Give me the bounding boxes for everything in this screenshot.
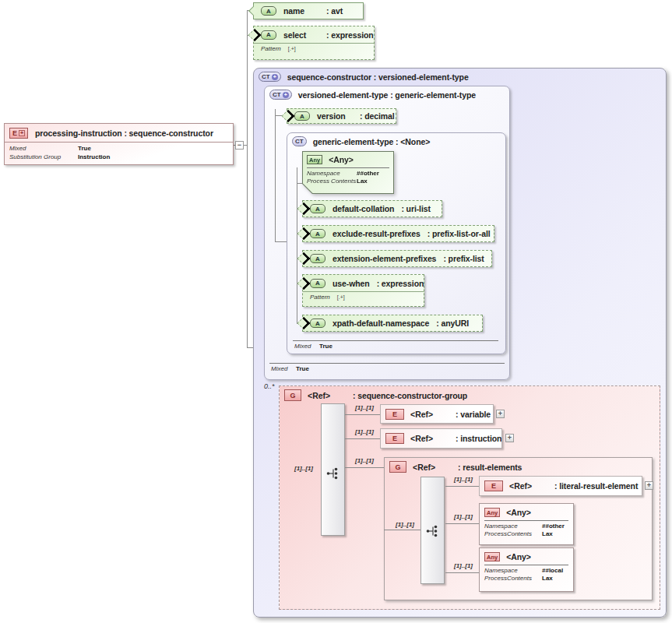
attribute-name-label: use-when (332, 279, 370, 288)
namespace-label: Namespace (307, 170, 357, 178)
process-contents-label: ProcessContents (484, 530, 542, 538)
connector-line (247, 10, 248, 348)
attribute-name[interactable]: A name : avt (253, 2, 364, 19)
connector-line (345, 414, 380, 415)
namespace-label: Namespace (484, 567, 542, 575)
mixed-label: Mixed (9, 144, 78, 153)
attribute-header: A select : expression (254, 26, 374, 43)
mixed-value: True (78, 144, 91, 153)
cardinality-label: [1]..[1] (396, 521, 414, 528)
attribute-name-label: exclude-result-prefixes (332, 229, 420, 238)
pattern-value: [.+] (337, 294, 345, 300)
namespace-value: ##local (542, 567, 563, 575)
attribute-name-label: select (283, 30, 319, 40)
cardinality-label: [1]..[1] (454, 476, 473, 483)
complextype-title: sequence-constructor : versioned-element… (287, 72, 469, 82)
connector-line (345, 467, 384, 468)
group-header: G <Ref> : sequence-constructor-group (280, 386, 660, 404)
connector-line (445, 486, 479, 487)
ref-label: <Ref> (410, 434, 449, 443)
cardinality-label: [1]..[1] (355, 404, 374, 411)
element-icon: E (484, 480, 503, 491)
attribute-header: A use-when : expression (303, 275, 424, 291)
expand-button[interactable]: + (645, 481, 653, 490)
cardinality-label: [1]..[1] (355, 457, 374, 464)
attribute-select[interactable]: A select : expression Pattern [.+] (253, 26, 375, 60)
any-title: <Any> (506, 508, 531, 517)
attribute-extension-element-prefixes[interactable]: A extension-element-prefixes : prefix-li… (302, 250, 492, 267)
element-box-processing-instruction[interactable]: E+ processing-instruction : sequence-con… (4, 123, 234, 165)
attribute-exclude-result-prefixes[interactable]: A exclude-result-prefixes : prefix-list-… (302, 225, 494, 242)
expand-button[interactable]: + (496, 410, 505, 418)
plus-icon: + (283, 92, 289, 98)
attribute-type-label: : uri-list (401, 204, 431, 213)
complextype-icon: CT+ (259, 72, 281, 82)
attribute-use-when[interactable]: A use-when : expression Pattern [.+] (302, 274, 424, 307)
attribute-icon: A (310, 319, 325, 328)
attribute-default-collation[interactable]: A default-collation : uri-list (302, 200, 442, 217)
pattern-row: Pattern [.+] (303, 291, 424, 303)
wildcard-any-other-pink[interactable]: Any <Any> Namespace##other ProcessConten… (479, 503, 574, 545)
attribute-icon: A (261, 30, 276, 40)
substitution-group-value: Instruction (78, 153, 110, 161)
attribute-type-label: : prefix-list (443, 254, 484, 263)
connector-line (297, 167, 297, 323)
element-ref-literal-result-element[interactable]: E <Ref> : literal-result-element (479, 476, 642, 496)
attribute-name-label: version (317, 111, 353, 121)
any-icon: Any (484, 508, 500, 517)
group-icon: G (284, 389, 301, 401)
complextype-title: versioned-element-type : generic-element… (298, 90, 476, 100)
element-icon: E (385, 433, 404, 444)
plus-icon: + (272, 74, 278, 80)
complextype-icon: CT+ (269, 90, 292, 100)
ref-type-label: : literal-result-element (554, 481, 638, 491)
schema-diagram: E+ processing-instruction : sequence-con… (0, 0, 672, 623)
complextype-title: generic-element-type : <None> (313, 137, 431, 146)
attribute-name-label: xpath-default-namespace (332, 319, 429, 328)
mixed-row: Mixed True (269, 363, 505, 372)
attribute-type-label: : prefix-list-or-all (427, 229, 491, 238)
ref-label: <Ref> (410, 410, 449, 419)
attribute-icon: A (310, 229, 325, 238)
element-ref-variable[interactable]: E <Ref> : variable (380, 404, 494, 424)
element-header: E+ processing-instruction : sequence-con… (5, 124, 233, 142)
wildcard-any-other[interactable]: Any <Any> Namespace##other Process Conte… (302, 151, 394, 194)
cardinality-label: [1]..[1] (294, 465, 313, 472)
connector-line (384, 530, 420, 530)
complextype-icon: CT (292, 136, 307, 146)
attribute-name-label: extension-element-prefixes (332, 254, 436, 263)
cardinality-label: [1]..[1] (355, 428, 374, 435)
attribute-icon: A (310, 279, 325, 288)
pattern-label: Pattern (261, 45, 281, 52)
attribute-xpath-default-namespace[interactable]: A xpath-default-namespace : anyURI (302, 315, 483, 332)
any-title: <Any> (506, 552, 531, 561)
pattern-label: Pattern (310, 294, 330, 301)
group-type-label: : result-elements (458, 463, 522, 472)
connector-line (445, 523, 479, 524)
complextype-header: CT generic-element-type : <None> (287, 133, 505, 150)
plus-icon: + (19, 130, 25, 136)
wildcard-any-local-pink[interactable]: Any <Any> Namespace##local ProcessConten… (479, 547, 574, 592)
element-ref-instruction[interactable]: E <Ref> : instruction (380, 428, 502, 449)
attribute-name-label: name (283, 6, 319, 16)
mixed-label: Mixed (271, 365, 296, 372)
process-contents-value: Lax (542, 575, 553, 583)
attribute-version[interactable]: A version : decimal (287, 108, 396, 124)
mixed-row: Mixed True (293, 340, 498, 350)
process-contents-value: Lax (357, 178, 368, 185)
process-contents-value: Lax (542, 530, 553, 538)
divider (484, 565, 568, 565)
connector-line (445, 572, 479, 573)
mixed-value: True (296, 365, 309, 372)
occurrence-label: 0..* (264, 382, 275, 390)
any-icon: Any (307, 155, 322, 164)
collapse-button[interactable]: − (235, 141, 244, 150)
ref-label: <Ref> (509, 481, 548, 491)
attribute-type-label: : decimal (360, 111, 395, 121)
element-icon: E+ (9, 128, 28, 139)
attribute-icon: A (310, 254, 325, 263)
expand-button[interactable]: + (505, 434, 514, 442)
connector-line (345, 438, 380, 439)
divider (484, 520, 568, 521)
attribute-type-label: : expression (326, 30, 374, 40)
